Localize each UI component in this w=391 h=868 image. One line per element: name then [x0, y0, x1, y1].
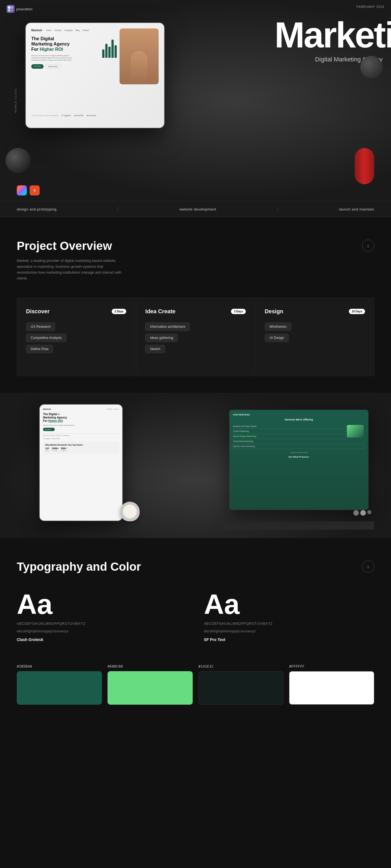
- hero-cylinder: [355, 148, 374, 184]
- tablet-screen: Marketi Home Courses Company Blog Contac…: [26, 23, 164, 128]
- design-tags: Wireframes UI Design: [265, 322, 365, 342]
- small-obj-2: [360, 510, 366, 516]
- tablet-hero-text: The Digital Marketing Agency For Higher …: [31, 36, 76, 52]
- tablet-nav-company: Company: [64, 29, 72, 31]
- tablet-hero-sub: Discover services with our digital marke…: [31, 55, 73, 61]
- right-screen-nav: OUR SERVICES: [233, 413, 365, 416]
- service-ppc: Pay-Per-Click Advertising ›: [233, 444, 365, 449]
- card-badge-discover: 2 Days: [112, 309, 126, 314]
- typography-title: Typography and Color: [17, 560, 141, 573]
- swatch-3: [198, 671, 283, 705]
- device-laptop-right: OUR SERVICES Services We're Offering Ana…: [229, 410, 369, 510]
- left-screen-btn: Buy Now →: [43, 428, 55, 431]
- tablet-logo-nutriflix: ▶ Nutriflix: [74, 115, 84, 117]
- tablet-logo: Marketi: [31, 29, 42, 32]
- color-grid: #1B5B4A #68DC80 #141E1C #FFFFFF: [17, 664, 374, 705]
- services-image: [347, 425, 364, 437]
- color-swatch-dark-green: #1B5B4A: [17, 664, 102, 705]
- color-hex-2: #68DC80: [108, 664, 193, 669]
- svg-rect-2: [8, 9, 10, 11]
- process-grid: Discover 2 Days UX Research Competitive …: [17, 298, 374, 376]
- color-swatch-dark: #141E1C: [198, 664, 283, 705]
- services-bar: design and prototyping website developme…: [0, 201, 391, 217]
- service-social: Social Media Marketing ›: [233, 439, 365, 444]
- tablet-btn-primary[interactable]: Buy Now: [31, 64, 43, 69]
- card-header-design: Design 10 Days: [265, 308, 365, 315]
- font-lowercase-sf: abcdefghijklmnoppqrstuvwxyz: [204, 628, 374, 634]
- chart-bar-2: [105, 44, 108, 58]
- idea-tags: Information architecture Ideas gathering…: [145, 322, 245, 353]
- card-badge-idea: 3 Days: [231, 309, 245, 314]
- tablet-nav-contact: Contact: [82, 29, 89, 31]
- svg-rect-3: [11, 9, 13, 11]
- process-card-idea: Idea Create 3 Days Information architect…: [136, 298, 255, 376]
- tag-info-arch: Information architecture: [145, 322, 190, 331]
- font-uppercase-clash: ABCDEFGHIJKLMNOPPQRSTUVWXYZ: [17, 621, 187, 627]
- device-showcase-section: Marketi The Digital +Marketing AgencyFor…: [0, 393, 391, 538]
- font-aa-sf: Aa: [204, 590, 374, 618]
- left-screen-desc: Discover services with our digital marke…: [43, 424, 119, 426]
- stat-3: 50k+ Projects: [61, 447, 67, 452]
- hero-tablet-mockup: Marketi Home Courses Company Blog Contac…: [25, 22, 165, 128]
- font-card-clash: Aa ABCDEFGHIJKLMNOPPQRSTUVWXYZ abcdefghi…: [17, 590, 187, 642]
- color-hex-1: #1B5B4A: [17, 664, 102, 669]
- left-stats: 12+ Years 100k+ Clients 50k+ Projects: [45, 447, 117, 452]
- card-title-idea: Idea Create: [145, 308, 175, 315]
- tag-competitive-analysis: Competitive Analysis: [26, 334, 66, 342]
- tablet-logo-upgrade: ⬆ Ugglam: [61, 115, 71, 117]
- tablet-btn-secondary[interactable]: Explore Now: [45, 64, 61, 69]
- left-logos: ⬆ Ugglam ▶ Nutriflix: [43, 437, 119, 439]
- card-title-design: Design: [265, 308, 283, 315]
- chart-bar-4: [112, 40, 114, 58]
- tablet-nav-home: Home: [47, 29, 52, 31]
- tag-wireframes: Wireframes: [265, 322, 291, 331]
- service-seo: Search Engine Marketing ›: [233, 434, 346, 439]
- services-title: Services We're Offering: [233, 418, 365, 421]
- small-obj-3: [367, 510, 371, 514]
- service-item-2: website development: [180, 207, 216, 211]
- chart-bar-1: [102, 50, 104, 58]
- process-label: HOW DO WE DO THIS: [233, 452, 365, 454]
- font-name-sf: SF Pro Text: [204, 638, 374, 642]
- process-card-design: Design 10 Days Wireframes UI Design: [255, 298, 374, 376]
- tablet-logos-row: USED BY WORLD LEADING COMPANIES ⬆ Ugglam…: [31, 115, 96, 117]
- tag-sketch: Sketch: [145, 345, 165, 353]
- left-screen-content: Marketi The Digital +Marketing AgencyFor…: [40, 405, 122, 521]
- color-hex-3: #141E1C: [198, 664, 283, 669]
- overview-arrow[interactable]: ↓: [362, 240, 374, 252]
- service-content: Content Marketing ›: [233, 429, 346, 434]
- tablet-person-image: [120, 29, 159, 84]
- tag-ux-research: UX Research: [26, 322, 55, 331]
- font-card-sf: Aa ABCDEFGHIJKLMNOPPQRSTUVWXYZ abcdefghi…: [204, 590, 374, 642]
- tablet-trust-label: USED BY WORLD LEADING COMPANIES: [31, 115, 58, 117]
- left-screen-hero: The Digital +Marketing AgencyFor Higher …: [43, 413, 119, 423]
- chart-bar-3: [108, 46, 111, 58]
- overview-title: Project Overview: [17, 240, 112, 252]
- left-trust-label: USED BY WORLD LEADING COMPANIES: [43, 433, 119, 436]
- logo-text: pixavation: [16, 7, 33, 11]
- small-objects: [353, 510, 371, 516]
- hero-logo: pixavation: [7, 5, 33, 13]
- color-swatch-white: #FFFFFF: [289, 664, 374, 705]
- process-section: HOW DO WE DO THIS Our Work Process●: [233, 452, 365, 458]
- hero-icons-bottom: 5: [17, 185, 40, 195]
- typography-arrow[interactable]: ↓: [362, 560, 374, 572]
- coffee-cup: [120, 502, 140, 521]
- hero-title: Marketi: [274, 17, 391, 53]
- color-hex-4: #FFFFFF: [289, 664, 374, 669]
- svg-rect-0: [8, 6, 10, 9]
- tablet-nav-courses: Courses: [54, 29, 61, 31]
- hero-left-label: WORLD CLASS: [14, 88, 17, 113]
- logo-icon: [7, 5, 14, 13]
- hero-sphere-right: [360, 56, 383, 78]
- tag-ui-design: UI Design: [265, 334, 289, 342]
- person-silhouette: [120, 29, 159, 84]
- swatch-2: [108, 671, 193, 705]
- swatch-4: [289, 671, 374, 705]
- service-item-3: launch and maintain: [339, 207, 374, 211]
- logo-nutriflix: ▶ Nutriflix: [52, 437, 60, 439]
- font-aa-clash: Aa: [17, 590, 187, 618]
- hero-date: FEBRUARY 2024: [356, 5, 384, 8]
- left-screen-nav: Marketi: [43, 408, 119, 410]
- tablet-nav-links: Home Courses Company Blog Contact: [47, 29, 89, 31]
